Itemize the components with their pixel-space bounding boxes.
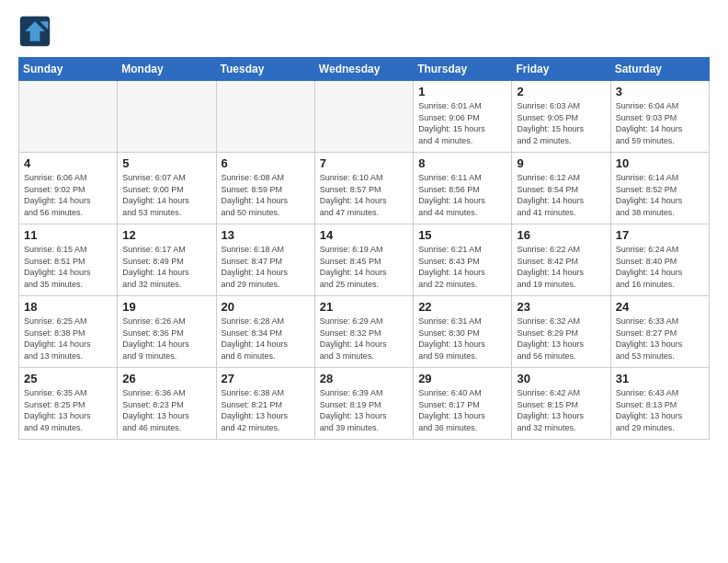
day-cell: 25Sunrise: 6:35 AM Sunset: 8:25 PM Dayli… bbox=[19, 368, 118, 440]
day-number: 21 bbox=[320, 300, 408, 314]
day-number: 8 bbox=[418, 156, 506, 170]
day-cell: 5Sunrise: 6:07 AM Sunset: 9:00 PM Daylig… bbox=[118, 153, 216, 224]
weekday-saturday: Saturday bbox=[610, 58, 709, 81]
day-cell: 17Sunrise: 6:24 AM Sunset: 8:40 PM Dayli… bbox=[610, 224, 709, 296]
day-info: Sunrise: 6:19 AM Sunset: 8:45 PM Dayligh… bbox=[320, 244, 408, 290]
weekday-tuesday: Tuesday bbox=[216, 58, 314, 81]
day-cell: 10Sunrise: 6:14 AM Sunset: 8:52 PM Dayli… bbox=[610, 153, 709, 224]
week-row-4: 18Sunrise: 6:25 AM Sunset: 8:38 PM Dayli… bbox=[19, 296, 710, 368]
day-info: Sunrise: 6:18 AM Sunset: 8:47 PM Dayligh… bbox=[222, 244, 310, 290]
day-info: Sunrise: 6:35 AM Sunset: 8:25 PM Dayligh… bbox=[24, 387, 112, 433]
weekday-friday: Friday bbox=[512, 58, 610, 81]
day-number: 4 bbox=[24, 156, 112, 170]
day-cell: 29Sunrise: 6:40 AM Sunset: 8:17 PM Dayli… bbox=[414, 368, 512, 440]
day-number: 3 bbox=[616, 85, 704, 98]
day-number: 27 bbox=[222, 372, 310, 385]
day-number: 13 bbox=[222, 228, 310, 242]
day-cell: 28Sunrise: 6:39 AM Sunset: 8:19 PM Dayli… bbox=[314, 368, 413, 440]
day-number: 1 bbox=[418, 85, 506, 98]
weekday-sunday: Sunday bbox=[19, 58, 118, 81]
day-info: Sunrise: 6:24 AM Sunset: 8:40 PM Dayligh… bbox=[616, 244, 704, 290]
day-info: Sunrise: 6:07 AM Sunset: 9:00 PM Dayligh… bbox=[122, 172, 210, 218]
calendar: SundayMondayTuesdayWednesdayThursdayFrid… bbox=[18, 57, 710, 440]
weekday-wednesday: Wednesday bbox=[314, 58, 413, 81]
day-number: 24 bbox=[616, 300, 704, 314]
day-info: Sunrise: 6:12 AM Sunset: 8:54 PM Dayligh… bbox=[517, 172, 605, 218]
day-cell: 8Sunrise: 6:11 AM Sunset: 8:56 PM Daylig… bbox=[414, 153, 512, 224]
day-cell: 19Sunrise: 6:26 AM Sunset: 8:36 PM Dayli… bbox=[118, 296, 216, 368]
day-number: 22 bbox=[418, 300, 506, 314]
week-row-1: 1Sunrise: 6:01 AM Sunset: 9:06 PM Daylig… bbox=[19, 81, 710, 153]
day-info: Sunrise: 6:06 AM Sunset: 9:02 PM Dayligh… bbox=[24, 172, 112, 218]
day-info: Sunrise: 6:40 AM Sunset: 8:17 PM Dayligh… bbox=[418, 387, 506, 433]
day-info: Sunrise: 6:26 AM Sunset: 8:36 PM Dayligh… bbox=[122, 316, 210, 362]
day-number: 9 bbox=[517, 156, 605, 170]
logo bbox=[18, 15, 55, 48]
day-info: Sunrise: 6:17 AM Sunset: 8:49 PM Dayligh… bbox=[122, 244, 210, 290]
day-cell: 21Sunrise: 6:29 AM Sunset: 8:32 PM Dayli… bbox=[314, 296, 413, 368]
day-info: Sunrise: 6:08 AM Sunset: 8:59 PM Dayligh… bbox=[222, 172, 310, 218]
day-cell: 7Sunrise: 6:10 AM Sunset: 8:57 PM Daylig… bbox=[314, 153, 413, 224]
day-info: Sunrise: 6:36 AM Sunset: 8:23 PM Dayligh… bbox=[122, 387, 210, 433]
header bbox=[18, 15, 710, 48]
day-info: Sunrise: 6:25 AM Sunset: 8:38 PM Dayligh… bbox=[24, 316, 112, 362]
day-cell: 18Sunrise: 6:25 AM Sunset: 8:38 PM Dayli… bbox=[19, 296, 118, 368]
day-cell bbox=[19, 81, 118, 153]
day-cell bbox=[216, 81, 314, 153]
day-info: Sunrise: 6:31 AM Sunset: 8:30 PM Dayligh… bbox=[418, 316, 506, 362]
day-info: Sunrise: 6:32 AM Sunset: 8:29 PM Dayligh… bbox=[517, 316, 605, 362]
page: SundayMondayTuesdayWednesdayThursdayFrid… bbox=[0, 0, 728, 563]
day-cell: 23Sunrise: 6:32 AM Sunset: 8:29 PM Dayli… bbox=[512, 296, 610, 368]
day-cell: 24Sunrise: 6:33 AM Sunset: 8:27 PM Dayli… bbox=[610, 296, 709, 368]
day-info: Sunrise: 6:11 AM Sunset: 8:56 PM Dayligh… bbox=[418, 172, 506, 218]
day-cell bbox=[314, 81, 413, 153]
day-cell: 9Sunrise: 6:12 AM Sunset: 8:54 PM Daylig… bbox=[512, 153, 610, 224]
day-info: Sunrise: 6:10 AM Sunset: 8:57 PM Dayligh… bbox=[320, 172, 408, 218]
day-info: Sunrise: 6:21 AM Sunset: 8:43 PM Dayligh… bbox=[418, 244, 506, 290]
day-cell: 11Sunrise: 6:15 AM Sunset: 8:51 PM Dayli… bbox=[19, 224, 118, 296]
day-info: Sunrise: 6:14 AM Sunset: 8:52 PM Dayligh… bbox=[616, 172, 704, 218]
day-number: 14 bbox=[320, 228, 408, 242]
day-cell: 15Sunrise: 6:21 AM Sunset: 8:43 PM Dayli… bbox=[414, 224, 512, 296]
day-cell: 3Sunrise: 6:04 AM Sunset: 9:03 PM Daylig… bbox=[610, 81, 709, 153]
week-row-3: 11Sunrise: 6:15 AM Sunset: 8:51 PM Dayli… bbox=[19, 224, 710, 296]
day-info: Sunrise: 6:03 AM Sunset: 9:05 PM Dayligh… bbox=[517, 100, 605, 146]
day-number: 30 bbox=[517, 372, 605, 385]
day-cell bbox=[118, 81, 216, 153]
weekday-monday: Monday bbox=[118, 58, 216, 81]
day-number: 20 bbox=[222, 300, 310, 314]
day-number: 31 bbox=[616, 372, 704, 385]
day-info: Sunrise: 6:42 AM Sunset: 8:15 PM Dayligh… bbox=[517, 387, 605, 433]
day-number: 6 bbox=[222, 156, 310, 170]
day-cell: 6Sunrise: 6:08 AM Sunset: 8:59 PM Daylig… bbox=[216, 153, 314, 224]
day-info: Sunrise: 6:29 AM Sunset: 8:32 PM Dayligh… bbox=[320, 316, 408, 362]
day-cell: 1Sunrise: 6:01 AM Sunset: 9:06 PM Daylig… bbox=[414, 81, 512, 153]
day-number: 11 bbox=[24, 228, 112, 242]
day-number: 15 bbox=[418, 228, 506, 242]
day-number: 26 bbox=[122, 372, 210, 385]
day-cell: 22Sunrise: 6:31 AM Sunset: 8:30 PM Dayli… bbox=[414, 296, 512, 368]
logo-icon bbox=[18, 15, 51, 48]
weekday-header-row: SundayMondayTuesdayWednesdayThursdayFrid… bbox=[19, 58, 710, 81]
day-info: Sunrise: 6:43 AM Sunset: 8:13 PM Dayligh… bbox=[616, 387, 704, 433]
day-cell: 20Sunrise: 6:28 AM Sunset: 8:34 PM Dayli… bbox=[216, 296, 314, 368]
day-cell: 30Sunrise: 6:42 AM Sunset: 8:15 PM Dayli… bbox=[512, 368, 610, 440]
day-info: Sunrise: 6:33 AM Sunset: 8:27 PM Dayligh… bbox=[616, 316, 704, 362]
day-info: Sunrise: 6:22 AM Sunset: 8:42 PM Dayligh… bbox=[517, 244, 605, 290]
day-number: 25 bbox=[24, 372, 112, 385]
day-info: Sunrise: 6:39 AM Sunset: 8:19 PM Dayligh… bbox=[320, 387, 408, 433]
day-cell: 13Sunrise: 6:18 AM Sunset: 8:47 PM Dayli… bbox=[216, 224, 314, 296]
day-cell: 14Sunrise: 6:19 AM Sunset: 8:45 PM Dayli… bbox=[314, 224, 413, 296]
day-number: 28 bbox=[320, 372, 408, 385]
day-number: 29 bbox=[418, 372, 506, 385]
day-number: 23 bbox=[517, 300, 605, 314]
day-cell: 12Sunrise: 6:17 AM Sunset: 8:49 PM Dayli… bbox=[118, 224, 216, 296]
week-row-2: 4Sunrise: 6:06 AM Sunset: 9:02 PM Daylig… bbox=[19, 153, 710, 224]
week-row-5: 25Sunrise: 6:35 AM Sunset: 8:25 PM Dayli… bbox=[19, 368, 710, 440]
day-cell: 2Sunrise: 6:03 AM Sunset: 9:05 PM Daylig… bbox=[512, 81, 610, 153]
day-cell: 16Sunrise: 6:22 AM Sunset: 8:42 PM Dayli… bbox=[512, 224, 610, 296]
day-cell: 27Sunrise: 6:38 AM Sunset: 8:21 PM Dayli… bbox=[216, 368, 314, 440]
day-number: 2 bbox=[517, 85, 605, 98]
day-cell: 26Sunrise: 6:36 AM Sunset: 8:23 PM Dayli… bbox=[118, 368, 216, 440]
day-info: Sunrise: 6:38 AM Sunset: 8:21 PM Dayligh… bbox=[222, 387, 310, 433]
